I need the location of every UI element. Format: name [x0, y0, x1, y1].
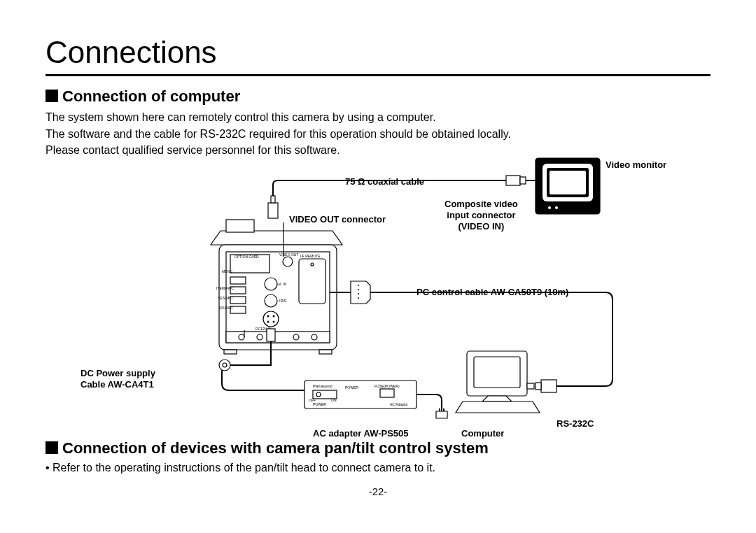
- ac-adapter-icon: Panasonic POWER FUSE(POWER) OFF ON POWER…: [304, 381, 416, 408]
- camera-yesabc-label: YES/ABC: [218, 296, 233, 300]
- ac-on-label: ON: [331, 398, 337, 402]
- svg-rect-42: [536, 383, 541, 390]
- square-bullet-icon-2: [46, 441, 58, 454]
- connection-diagram: OPTION CARD VIDEO OUT I/F REMOTE MENU G/…: [46, 155, 710, 435]
- diagram-svg: OPTION CARD VIDEO OUT I/F REMOTE MENU G/…: [46, 155, 710, 435]
- svg-point-28: [267, 320, 270, 322]
- svg-point-6: [548, 206, 551, 209]
- svg-rect-12: [226, 220, 254, 232]
- svg-rect-44: [474, 357, 520, 388]
- video-out-connector-label: VIDEO OUT connector: [289, 214, 386, 225]
- svg-rect-54: [443, 408, 444, 411]
- section2-heading-text: Connection of devices with camera pan/ti…: [62, 439, 489, 457]
- svg-point-23: [265, 278, 277, 290]
- svg-rect-35: [224, 350, 237, 354]
- svg-point-38: [358, 289, 359, 290]
- svg-point-16: [283, 257, 293, 266]
- camera-ifremote-label: I/F REMOTE: [300, 254, 321, 258]
- camera-glin-label: G/L IN: [276, 282, 287, 286]
- svg-point-7: [555, 206, 558, 209]
- composite-label: Composite video input connector (VIDEO I…: [444, 199, 518, 233]
- ac-brand: Panasonic: [313, 384, 332, 388]
- svg-point-27: [273, 315, 275, 317]
- ac-adaptor-text: AC Adaptor: [390, 402, 408, 406]
- svg-point-39: [358, 293, 359, 294]
- section1-p1: The system shown here can remotely contr…: [46, 110, 710, 125]
- pc-control-cable-label: PC control cable AW-CA50T9 (10m): [416, 287, 568, 298]
- ac-adapter-label: AC adapter AW-PS505: [313, 428, 409, 439]
- svg-point-47: [219, 360, 230, 371]
- square-bullet-icon: [46, 90, 58, 102]
- camera-menu-label: MENU: [222, 269, 232, 273]
- camera-videoout-label: VIDEO OUT: [279, 253, 299, 257]
- svg-rect-46: [267, 329, 275, 341]
- computer-icon: [456, 351, 540, 413]
- main-title: Connections: [46, 35, 710, 70]
- camera-itemawc-label: ITEM/AWC: [216, 286, 234, 290]
- section1-heading: Connection of computer: [46, 87, 710, 106]
- camera-iris-label: IRIS: [279, 299, 286, 303]
- section2-heading: Connection of devices with camera pan/ti…: [46, 439, 710, 457]
- section1-heading-text: Connection of computer: [62, 87, 240, 105]
- camera-nobar-label: NO/BAR: [219, 306, 233, 310]
- dc-power-label: DC Power supply Cable AW-CA4T1: [80, 368, 155, 391]
- svg-point-29: [273, 320, 275, 322]
- video-monitor-label: Video monitor: [606, 159, 666, 171]
- svg-rect-22: [230, 306, 246, 313]
- svg-rect-10: [506, 176, 520, 185]
- svg-point-24: [265, 294, 277, 307]
- svg-point-34: [312, 334, 317, 340]
- page-number: -22-: [46, 485, 710, 497]
- svg-point-31: [239, 334, 244, 340]
- svg-rect-41: [541, 380, 556, 392]
- ac-cord: [416, 395, 447, 418]
- video-monitor-icon: [536, 158, 600, 214]
- camera-optioncard-label: OPTION CARD: [234, 255, 259, 259]
- ac-fuse-label: FUSE(POWER): [374, 384, 400, 388]
- computer-label: Computer: [461, 428, 504, 439]
- svg-point-37: [358, 285, 359, 286]
- title-rule: [46, 74, 710, 76]
- svg-rect-52: [380, 389, 394, 397]
- section2-note: • Refer to the operating instructions of…: [46, 462, 710, 474]
- svg-rect-19: [230, 277, 246, 284]
- svg-point-32: [257, 334, 262, 340]
- rs232c-label: RS-232C: [556, 418, 594, 429]
- svg-rect-45: [527, 383, 534, 389]
- svg-rect-8: [268, 203, 278, 218]
- svg-rect-4: [550, 171, 586, 194]
- section1-p2: The software and the cable for RS-232C r…: [46, 127, 710, 142]
- svg-point-33: [293, 334, 299, 340]
- ac-power-label2: POWER: [313, 402, 326, 406]
- svg-rect-36: [319, 350, 332, 354]
- svg-point-40: [358, 297, 359, 299]
- svg-rect-53: [439, 408, 440, 411]
- svg-point-26: [267, 315, 270, 317]
- svg-point-25: [263, 311, 279, 327]
- svg-rect-11: [520, 177, 526, 184]
- svg-rect-9: [271, 196, 275, 203]
- ac-power-label: POWER: [345, 385, 358, 390]
- coaxial-cable-label: 75 Ω coaxial cable: [345, 176, 424, 187]
